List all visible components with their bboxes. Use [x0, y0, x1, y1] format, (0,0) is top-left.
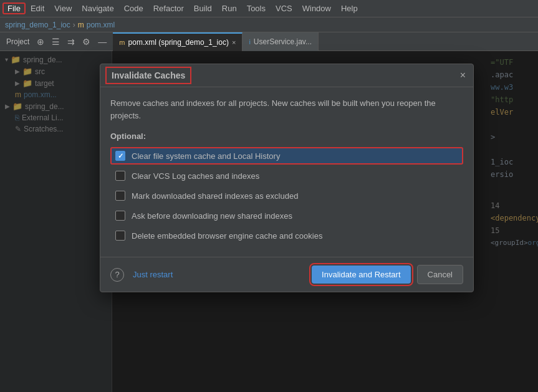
dialog-description: Remove caches and indexes for all projec…: [110, 97, 463, 122]
menu-item-navigate[interactable]: Navigate: [77, 2, 118, 14]
tab-label: pom.xml (spring_demo_1_ioc): [128, 38, 229, 47]
checkbox-row-delete-browser[interactable]: Delete embedded browser engine cache and…: [110, 227, 463, 244]
checkbox-row-clear-vcs[interactable]: Clear VCS Log caches and indexes: [110, 167, 463, 184]
menu-item-run[interactable]: Run: [217, 2, 242, 14]
checkbox-row-clear-fs-cache[interactable]: ✓ Clear file system cache and Local Hist…: [110, 147, 463, 165]
dialog-optional-label: Optional:: [110, 131, 463, 141]
menu-item-view[interactable]: View: [49, 2, 77, 14]
maven-icon: m: [119, 39, 125, 46]
tab-userservice[interactable]: i UserService.jav...: [243, 32, 319, 51]
menu-item-build[interactable]: Build: [189, 2, 217, 14]
tab-pom-xml[interactable]: m pom.xml (spring_demo_1_ioc) ×: [113, 32, 243, 51]
dialog-body: Remove caches and indexes for all projec…: [100, 87, 473, 257]
breadcrumb-file[interactable]: pom.xml: [87, 21, 115, 29]
menu-item-refactor[interactable]: Refactor: [148, 2, 189, 14]
breadcrumb-project[interactable]: spring_demo_1_ioc: [5, 21, 70, 29]
dialog-title: Invalidate Caches: [108, 69, 189, 82]
menu-bar: File Edit View Navigate Code Refactor Bu…: [0, 0, 538, 17]
menu-item-help[interactable]: Help: [336, 2, 363, 14]
tab-bar: Project ⊕ ☰ ⇉ ⚙ — m pom.xml (spring_demo…: [0, 32, 538, 51]
dialog-close-button[interactable]: ×: [460, 70, 466, 80]
checkbox-clear-vcs[interactable]: [115, 171, 125, 181]
menu-item-code[interactable]: Code: [119, 2, 148, 14]
menu-item-vcs[interactable]: VCS: [271, 2, 297, 14]
checkbox-ask-before[interactable]: [115, 211, 125, 221]
collapse-icon[interactable]: ⇉: [65, 36, 77, 48]
main-area: ▾ 📁 spring_de... ▶ 📁 src ▶ 📁 target m po…: [0, 51, 538, 392]
checkbox-label-mark-indexes: Mark downloaded shared indexes as exclud…: [132, 191, 298, 201]
layout-icon[interactable]: ☰: [49, 36, 62, 48]
menu-item-window[interactable]: Window: [297, 2, 336, 14]
checkbox-label-ask-before: Ask before downloading new shared indexe…: [132, 211, 292, 221]
menu-item-file[interactable]: File: [2, 2, 26, 14]
checkbox-mark-indexes[interactable]: [115, 191, 125, 201]
tab-label: UserService.jav...: [254, 37, 312, 46]
java-file-icon: i: [249, 38, 250, 45]
checkbox-row-mark-indexes[interactable]: Mark downloaded shared indexes as exclud…: [110, 187, 463, 204]
checkbox-clear-fs-cache[interactable]: ✓: [115, 151, 125, 161]
checkbox-row-ask-before[interactable]: Ask before downloading new shared indexe…: [110, 207, 463, 224]
dialog-title-bar: Invalidate Caches ×: [100, 64, 473, 87]
menu-item-tools[interactable]: Tools: [242, 2, 271, 14]
dialog-overlay: Invalidate Caches × Remove caches and in…: [0, 51, 538, 392]
cancel-button[interactable]: Cancel: [417, 265, 463, 284]
checkbox-label-clear-fs-cache: Clear file system cache and Local Histor…: [132, 151, 280, 161]
dialog-footer: ? Just restart Invalidate and Restart Ca…: [100, 257, 473, 292]
checkbox-label-delete-browser: Delete embedded browser engine cache and…: [132, 231, 322, 241]
invalidate-restart-button[interactable]: Invalidate and Restart: [312, 265, 410, 284]
menu-item-edit[interactable]: Edit: [26, 2, 49, 14]
checkbox-label-clear-vcs: Clear VCS Log caches and indexes: [132, 171, 259, 181]
expand-icon[interactable]: ⊕: [34, 36, 47, 48]
minimize-icon[interactable]: —: [95, 36, 109, 48]
tab-close-icon[interactable]: ×: [232, 39, 236, 46]
settings-icon[interactable]: ⚙: [80, 36, 93, 48]
just-restart-button[interactable]: Just restart: [133, 270, 305, 279]
invalidate-caches-dialog: Invalidate Caches × Remove caches and in…: [100, 64, 474, 292]
project-label: Project: [4, 36, 32, 47]
help-button[interactable]: ?: [110, 268, 124, 282]
breadcrumb: spring_demo_1_ioc › m pom.xml: [0, 17, 538, 32]
checkbox-delete-browser[interactable]: [115, 231, 125, 241]
